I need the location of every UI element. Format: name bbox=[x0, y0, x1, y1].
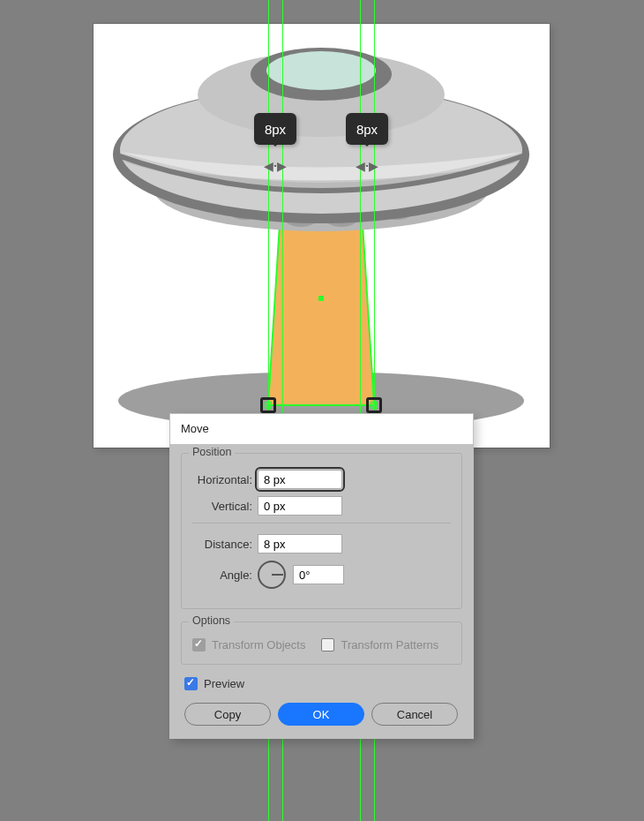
anchor-point-right[interactable] bbox=[366, 397, 382, 413]
arrow-right-icon: ▶ bbox=[277, 160, 287, 172]
measure-badge-right: 8px bbox=[346, 113, 388, 145]
separator bbox=[192, 523, 451, 523]
arrow-left-icon: ◀ bbox=[356, 160, 365, 172]
transform-objects-label: Transform Objects bbox=[212, 638, 305, 652]
dialog-body: Position Horizontal: Vertical: Distance:… bbox=[170, 444, 473, 738]
distance-label: Distance: bbox=[192, 538, 258, 551]
selection-center-point[interactable] bbox=[318, 296, 324, 301]
copy-button[interactable]: Copy bbox=[184, 703, 271, 726]
measure-badge-text: 8px bbox=[356, 122, 378, 137]
arrow-left-icon: ◀ bbox=[264, 160, 273, 172]
dialog-title: Move bbox=[170, 414, 473, 444]
checkbox-icon bbox=[192, 638, 206, 652]
angle-label: Angle: bbox=[192, 569, 258, 582]
horizontal-label: Horizontal: bbox=[192, 473, 258, 486]
checkbox-icon bbox=[321, 638, 334, 652]
vertical-input[interactable] bbox=[258, 496, 342, 516]
preview-checkbox[interactable]: Preview bbox=[184, 677, 462, 690]
measure-badge-text: 8px bbox=[265, 122, 286, 137]
move-dialog: Move Position Horizontal: Vertical: Dist… bbox=[169, 413, 474, 739]
position-group-label: Position bbox=[189, 446, 235, 458]
distance-input[interactable] bbox=[258, 534, 342, 554]
anchor-point-left[interactable] bbox=[260, 397, 276, 413]
cancel-button[interactable]: Cancel bbox=[371, 703, 458, 726]
transform-objects-checkbox: Transform Objects bbox=[192, 638, 305, 652]
options-group: Options Transform Objects Transform Patt… bbox=[181, 621, 462, 665]
options-group-label: Options bbox=[189, 614, 234, 627]
measure-badge-left: 8px bbox=[254, 113, 296, 145]
angle-dial[interactable] bbox=[258, 561, 286, 589]
dimension-arrow-left: ◀ ▶ bbox=[264, 160, 287, 172]
dialog-buttons: Copy OK Cancel bbox=[181, 703, 462, 726]
horizontal-input[interactable] bbox=[258, 470, 342, 489]
position-group: Position Horizontal: Vertical: Distance:… bbox=[181, 453, 462, 609]
canvas-illustration bbox=[94, 24, 550, 448]
ok-button[interactable]: OK bbox=[278, 703, 364, 726]
vertical-label: Vertical: bbox=[192, 500, 258, 513]
arrow-right-icon: ▶ bbox=[369, 160, 378, 172]
dimension-arrow-right: ◀ ▶ bbox=[356, 160, 378, 172]
angle-input[interactable] bbox=[293, 565, 344, 584]
transform-patterns-checkbox: Transform Patterns bbox=[321, 638, 438, 652]
preview-label: Preview bbox=[204, 677, 244, 690]
svg-point-13 bbox=[266, 51, 376, 90]
transform-patterns-label: Transform Patterns bbox=[341, 638, 438, 652]
checkbox-icon bbox=[184, 677, 198, 690]
